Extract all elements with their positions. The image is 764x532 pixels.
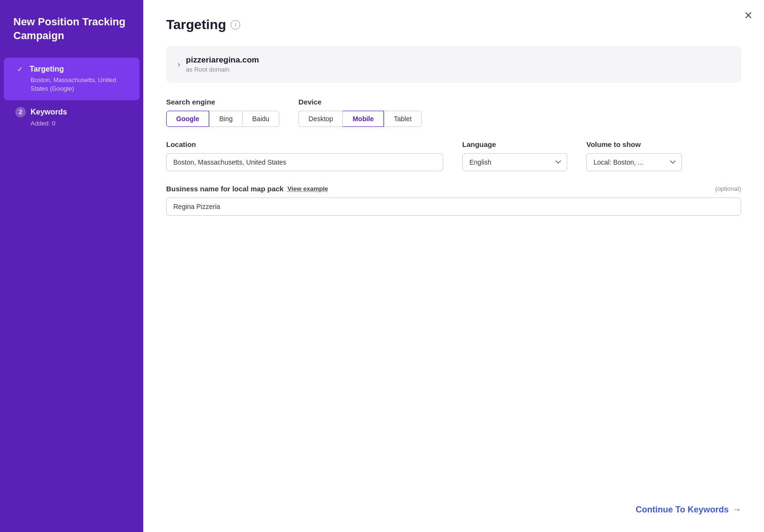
location-group: Location <box>166 140 443 171</box>
device-options: Desktop Mobile Tablet <box>298 111 422 127</box>
device-desktop[interactable]: Desktop <box>298 111 343 127</box>
language-label: Language <box>462 140 567 148</box>
keywords-number: 2 <box>15 107 26 117</box>
domain-name: pizzeriaregina.com <box>186 55 259 65</box>
domain-card[interactable]: › pizzeriaregina.com as Root domain <box>166 46 741 83</box>
continue-arrow-icon: → <box>732 505 741 515</box>
language-group: Language English Spanish French German <box>462 140 567 171</box>
volume-group: Volume to show Local: Boston, ... Nation… <box>586 140 682 171</box>
footer: Continue To Keywords → <box>166 495 741 515</box>
search-engine-bing[interactable]: Bing <box>209 111 243 127</box>
search-engine-baidu[interactable]: Baidu <box>243 111 279 127</box>
location-label: Location <box>166 140 443 148</box>
search-engine-label: Search engine <box>166 98 279 106</box>
domain-info: pizzeriaregina.com as Root domain <box>186 55 259 73</box>
sidebar-item-targeting-sublabel: Boston, Massachusetts, United States (Go… <box>31 76 126 93</box>
spacer <box>166 229 741 495</box>
device-tablet[interactable]: Tablet <box>384 111 422 127</box>
search-engine-options: Google Bing Baidu <box>166 111 279 127</box>
location-input[interactable] <box>166 153 443 171</box>
business-name-label: Business name for local map pack <box>166 185 284 193</box>
sidebar-item-keywords[interactable]: 2 Keywords Added: 0 <box>4 100 139 135</box>
search-device-row: Search engine Google Bing Baidu Device D… <box>166 98 741 127</box>
sidebar-item-keywords-sublabel: Added: 0 <box>31 119 126 128</box>
main-content: ✕ Targeting i › pizzeriaregina.com as Ro… <box>143 0 764 532</box>
device-group: Device Desktop Mobile Tablet <box>298 98 422 127</box>
domain-type: as Root domain <box>186 66 259 73</box>
business-label-row: Business name for local map pack View ex… <box>166 185 741 193</box>
info-icon[interactable]: i <box>231 20 240 30</box>
device-label: Device <box>298 98 422 106</box>
check-icon: ✓ <box>15 64 25 74</box>
sidebar-item-keywords-label: Keywords <box>31 108 67 116</box>
optional-text: (optional) <box>715 185 741 192</box>
sidebar-item-targeting-label: Targeting <box>30 65 64 73</box>
view-example-link[interactable]: View example <box>287 185 328 192</box>
device-mobile[interactable]: Mobile <box>343 111 383 127</box>
business-label-left: Business name for local map pack View ex… <box>166 185 328 193</box>
search-engine-google[interactable]: Google <box>166 111 209 127</box>
sidebar: New Position Tracking Campaign ✓ Targeti… <box>0 0 143 532</box>
business-name-input[interactable] <box>166 198 741 216</box>
page-title: Targeting <box>166 17 226 32</box>
sidebar-title: New Position Tracking Campaign <box>0 15 143 58</box>
close-button[interactable]: ✕ <box>744 10 753 22</box>
language-select[interactable]: English Spanish French German <box>462 153 567 171</box>
continue-label: Continue To Keywords <box>636 505 729 515</box>
sidebar-item-targeting[interactable]: ✓ Targeting Boston, Massachusetts, Unite… <box>4 58 139 100</box>
domain-chevron-icon: › <box>178 60 180 69</box>
continue-to-keywords-button[interactable]: Continue To Keywords → <box>636 505 741 515</box>
search-engine-group: Search engine Google Bing Baidu <box>166 98 279 127</box>
location-language-row: Location Language English Spanish French… <box>166 140 741 171</box>
volume-label: Volume to show <box>586 140 682 148</box>
business-name-group: Business name for local map pack View ex… <box>166 185 741 216</box>
page-title-row: Targeting i <box>166 17 741 32</box>
volume-select[interactable]: Local: Boston, ... National Global <box>586 153 682 171</box>
